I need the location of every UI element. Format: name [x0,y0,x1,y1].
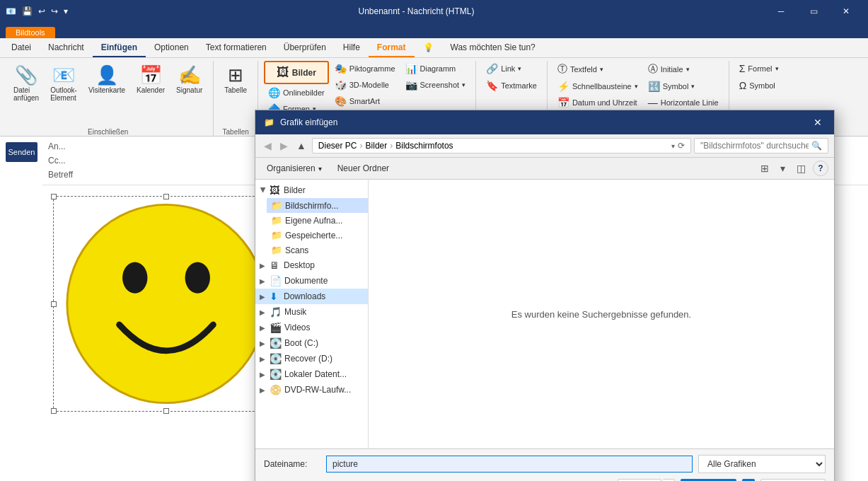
desktop-icon: 🖥 [270,260,281,271]
dialog-overlay: 📁 Grafik einfügen ✕ ◀ ▶ ▲ Dieser PC › Bi… [0,0,868,481]
tree-item-eigene-aufnahmen[interactable]: 📁 Eigene Aufna... [267,213,368,228]
breadcrumb-arrow: ▾ [671,142,675,150]
tree-label: Bilder [284,185,306,195]
dialog-toolbar-right: ⊞ ▾ ◫ ? [756,161,828,176]
tree-label: DVD-RW-Laufw... [284,385,351,395]
new-folder-button[interactable]: Neuer Ordner [332,161,395,175]
back-button[interactable]: ◀ [261,139,274,153]
tree-label: Bildschirmfo... [285,201,338,211]
tree-label: Dokumente [284,276,328,286]
tree-label: Boot (C:) [284,338,318,348]
dialog-folder-icon: 📁 [264,117,274,127]
dialog-body: ▶ 🖼 Bilder 📁 Bildschirmfo... 📁 Eigene Au… [255,180,834,448]
folder-icon: 📁 [271,215,282,226]
tree-arrow-boot: ▶ [260,340,267,347]
tree-label: Videos [284,323,310,332]
breadcrumb[interactable]: Dieser PC › Bilder › Bildschirmfotos ▾ ⟳ [312,138,691,153]
drive-icon: 💽 [270,353,282,364]
preview-pane-button[interactable]: ◫ [792,161,810,176]
dialog-title-left: 📁 Grafik einfügen [264,117,337,127]
refresh-icon[interactable]: ⟳ [678,141,685,151]
view-dropdown-button[interactable]: ▾ [776,161,789,176]
tree-item-musik[interactable]: ▶ 🎵 Musik [255,304,368,320]
tree-arrow-musik: ▶ [260,308,267,316]
dialog-address-bar: ◀ ▶ ▲ Dieser PC › Bilder › Bildschirmfot… [255,134,834,158]
tree-arrow-bilder: ▶ [260,187,267,194]
forward-button[interactable]: ▶ [277,139,291,153]
drive-icon: 💽 [270,369,282,380]
dialog-toolbar: Organisieren ▾ Neuer Ordner ⊞ ▾ ◫ ? [255,158,834,180]
tree-label: Lokaler Datent... [284,369,347,379]
drive-icon: 💽 [270,337,282,349]
filetype-select[interactable]: Alle Grafiken [698,455,826,473]
tree-item-desktop[interactable]: ▶ 🖥 Desktop [255,257,368,273]
file-content-area: Es wurden keine Suchergebnisse gefunden. [369,180,834,448]
tree-children-bilder: 📁 Bildschirmfo... 📁 Eigene Aufna... 📁 Ge… [255,198,368,257]
file-tree: ▶ 🖼 Bilder 📁 Bildschirmfo... 📁 Eigene Au… [255,180,369,448]
dialog-footer: Dateiname: Alle Grafiken Tools ▾ Einfüge… [255,448,834,481]
grafik-einfuegen-dialog: 📁 Grafik einfügen ✕ ◀ ▶ ▲ Dieser PC › Bi… [255,110,835,481]
search-input[interactable] [700,141,809,151]
dialog-toolbar-left: Organisieren ▾ Neuer Ordner [261,161,395,175]
breadcrumb-sep-1: › [360,141,363,151]
breadcrumb-sep-2: › [390,141,393,151]
organize-label: Organisieren [267,163,316,173]
tree-item-boot[interactable]: ▶ 💽 Boot (C:) [255,335,368,351]
music-icon: 🎵 [270,306,282,318]
tree-arrow-videos: ▶ [260,324,267,332]
dialog-title-text: Grafik einfügen [280,117,337,127]
dialog-close-button[interactable]: ✕ [810,115,826,130]
breadcrumb-pc: Dieser PC [318,141,357,151]
tree-arrow-dokumente: ▶ [260,277,267,285]
empty-result-text: Es wurden keine Suchergebnisse gefunden. [511,309,691,320]
documents-icon: 📄 [270,275,282,286]
filename-input[interactable] [326,456,693,473]
dvd-icon: 📀 [270,384,282,395]
downloads-icon: ⬇ [270,291,281,302]
up-button[interactable]: ▲ [294,139,309,153]
tree-label: Desktop [284,260,315,270]
folder-icon: 📁 [271,200,282,211]
tree-item-gespeicherte[interactable]: 📁 Gespeicherte... [267,228,368,243]
tree-item-bilder[interactable]: ▶ 🖼 Bilder [255,182,368,198]
tree-item-recover[interactable]: ▶ 💽 Recover (D:) [255,351,368,366]
tree-label: Downloads [284,291,325,301]
breadcrumb-bildschirmfotos: Bildschirmfotos [395,141,453,151]
dialog-title-bar: 📁 Grafik einfügen ✕ [255,110,834,134]
tree-label: Gespeicherte... [285,231,342,240]
tree-arrow-downloads: ▶ [260,293,267,301]
tree-arrow-desktop: ▶ [260,262,267,270]
tree-arrow-dvd: ▶ [260,386,267,394]
breadcrumb-bilder: Bilder [366,141,388,151]
tree-arrow-recover: ▶ [260,355,267,363]
folder-icon: 📁 [271,245,282,255]
folder-icon: 🖼 [270,185,281,196]
videos-icon: 🎬 [270,322,282,333]
tree-item-bildschirmfotos[interactable]: 📁 Bildschirmfo... [267,198,368,213]
tree-item-scans[interactable]: 📁 Scans [267,243,368,257]
tree-label: Musik [284,307,306,317]
tree-item-dvd[interactable]: ▶ 📀 DVD-RW-Laufw... [255,382,368,398]
filename-label: Dateiname: [264,459,320,469]
tree-label: Scans [285,245,308,255]
tree-label: Eigene Aufna... [285,216,342,226]
view-large-icon-button[interactable]: ⊞ [756,161,773,176]
tree-arrow-lokaler: ▶ [260,371,267,378]
tree-item-downloads[interactable]: ▶ ⬇ Downloads [255,289,368,304]
folder-icon: 📁 [271,230,282,240]
tree-item-videos[interactable]: ▶ 🎬 Videos [255,320,368,335]
help-button[interactable]: ? [813,161,828,176]
organize-arrow: ▾ [318,165,322,173]
search-icon: 🔍 [811,141,822,151]
search-box: 🔍 [694,138,828,153]
footer-filename-row: Dateiname: Alle Grafiken [264,455,826,473]
tree-item-lokaler[interactable]: ▶ 💽 Lokaler Datent... [255,366,368,382]
tree-label: Recover (D:) [284,354,332,364]
new-folder-label: Neuer Ordner [337,163,389,173]
organize-button[interactable]: Organisieren ▾ [261,161,328,175]
tree-item-dokumente[interactable]: ▶ 📄 Dokumente [255,273,368,289]
